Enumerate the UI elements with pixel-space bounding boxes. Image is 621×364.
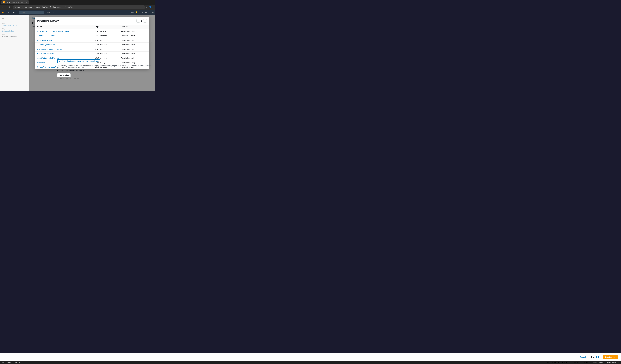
table-row: AmazonSQSFullAccess AWS managed Permissi… — [35, 43, 149, 47]
aws-navbar: aws ⊞ Services [Option+S] ⌨ 🔔 ? ⚙ Global… — [0, 10, 155, 15]
policy-type: AWS managed — [93, 29, 119, 34]
policy-type: AWS managed — [93, 43, 119, 47]
modal-overlay: Permissions summary ‹ 1 › Name ▲ — [29, 15, 155, 91]
policy-name-link[interactable]: AmazonECS_FullAccess — [37, 35, 56, 37]
step2-link[interactable]: Set permissions — [2, 30, 15, 32]
address-bar[interactable] — [13, 5, 145, 9]
policy-used-as: Permissions policy — [119, 38, 149, 43]
back-button[interactable]: ‹ — [1, 6, 4, 9]
refresh-button[interactable]: ↻ — [8, 6, 12, 9]
policy-used-as: Permissions policy — [119, 29, 149, 34]
modal-header: Permissions summary ‹ 1 › — [35, 17, 149, 25]
tag-limit-note: You can add up to 50 more tags. — [57, 78, 152, 79]
account-menu[interactable]: ▤ — [152, 11, 154, 13]
policy-type: AWS managed — [93, 38, 119, 43]
step1-label: Step 1 — [2, 22, 26, 24]
menu-icon[interactable]: ⋮ — [152, 6, 154, 8]
policy-used-as: Permissions policy — [119, 47, 149, 51]
table-row: AmazonS3FullAccess AWS managed Permissio… — [35, 38, 149, 43]
policy-name-link[interactable]: AmazonSQSFullAccess — [37, 44, 55, 46]
policy-type: AWS managed — [93, 47, 119, 51]
step1-link[interactable]: Specify user details — [2, 24, 17, 27]
prev-page-button[interactable]: ‹ — [137, 19, 140, 23]
cloudshell-icon[interactable]: ⌨ — [131, 11, 134, 13]
help-icon[interactable]: ? — [139, 11, 140, 13]
tab-bar: C Create user | IAM Global ✕ + — [0, 0, 155, 5]
profile-icon[interactable]: 👤 — [149, 6, 151, 8]
sort-name-icon[interactable]: ▲ — [43, 26, 44, 28]
policy-used-as: Permissions policy — [119, 51, 149, 56]
policy-name-link[interactable]: AmazonS3FullAccess — [37, 39, 54, 41]
page-number: 1 — [141, 20, 142, 22]
services-label: Services — [10, 11, 16, 13]
no-tags-text: No tags associated with the resource. — [57, 70, 152, 72]
policy-type: AWS managed — [93, 51, 119, 56]
step2-label: Step 2 — [2, 28, 26, 30]
step3-label: Step 3 — [2, 34, 26, 35]
content-area: IAM › Users › Create user Review and cre… — [29, 15, 155, 91]
step1-item: Step 1 Specify user details — [0, 22, 29, 27]
table-row: AmazonECS_FullAccess AWS managed Permiss… — [35, 34, 149, 38]
col-type-header: Type ▼ — [93, 25, 119, 29]
policy-used-as: Permissions policy — [119, 43, 149, 47]
step3-item: Step 3 Review and create — [0, 33, 29, 39]
main-container: ☰ Step 1 Specify user details Step 2 Set… — [0, 15, 155, 91]
policy-type: AWS managed — [93, 34, 119, 38]
policy-name-link[interactable]: IAMFullAccess — [37, 62, 49, 63]
sidebar-toggle[interactable]: ☰ — [0, 16, 29, 20]
table-row: AWSCertificateManagerFullAccess AWS mana… — [35, 47, 149, 51]
col-used-as-header: Used as ▼ — [119, 25, 149, 29]
next-page-button[interactable]: › — [143, 19, 147, 23]
search-shortcut-hint: [Option+S] — [47, 12, 54, 13]
policy-name-link[interactable]: AmazonEC2ContainerRegistryFullAccess — [37, 31, 69, 32]
services-menu[interactable]: ⊞ Services — [8, 11, 16, 13]
policy-name-link[interactable]: AWSCertificateManagerFullAccess — [37, 48, 64, 50]
aws-nav-right: ⌨ 🔔 ? ⚙ Global ▤ — [131, 11, 154, 13]
notification-icon[interactable]: 🔔 — [136, 11, 138, 13]
aws-search-input[interactable] — [19, 11, 44, 14]
below-modal-area: Verify whether the necessary permissions… — [57, 59, 152, 79]
extensions-icon[interactable]: ⊞ — [146, 6, 148, 8]
nav-bar: ‹ › ↻ ⊞ 👤 ⋮ — [0, 5, 155, 10]
verify-permissions-link[interactable]: Verify whether the necessary permissions… — [57, 59, 100, 63]
policy-name-link[interactable]: SecretsManagerReadWrite — [37, 66, 58, 68]
tab-favicon: C — [3, 1, 5, 3]
policy-used-as: Permissions policy — [119, 34, 149, 38]
tab-title: Create user | IAM Global — [6, 1, 25, 3]
nav-icons: ⊞ 👤 ⋮ — [146, 6, 154, 8]
step3-current: Review and create — [2, 36, 17, 38]
add-tag-button[interactable]: Add new tag — [57, 73, 71, 77]
forward-button[interactable]: › — [5, 6, 7, 9]
modal-pagination: ‹ 1 › — [137, 19, 147, 23]
col-name-header: Name ▲ — [35, 25, 93, 29]
tags-description: Tags are key-value pairs you can add to … — [57, 65, 152, 69]
settings-icon[interactable]: ⚙ — [142, 11, 143, 13]
sort-type-icon[interactable]: ▼ — [100, 26, 102, 28]
table-row: CloudFrontFullAccess AWS managed Permiss… — [35, 51, 149, 56]
sidebar: ☰ Step 1 Specify user details Step 2 Set… — [0, 15, 29, 91]
table-row: AmazonEC2ContainerRegistryFullAccess AWS… — [35, 29, 149, 34]
grid-icon: ⊞ — [8, 11, 9, 13]
region-selector[interactable]: Global — [145, 11, 150, 13]
policy-name-link[interactable]: CloudWatchLogsFullAccess — [37, 57, 59, 59]
active-tab[interactable]: C Create user | IAM Global ✕ — [1, 0, 29, 4]
policy-name-link[interactable]: CloudFrontFullAccess — [37, 53, 54, 55]
tab-close-button[interactable]: ✕ — [26, 1, 27, 3]
step2-item: Step 2 Set permissions — [0, 27, 29, 33]
sort-used-icon[interactable]: ▼ — [129, 26, 130, 28]
new-tab-button[interactable]: + — [30, 1, 31, 3]
aws-logo: aws — [2, 11, 5, 14]
modal-title: Permissions summary — [37, 20, 59, 22]
browser-chrome: C Create user | IAM Global ✕ + ‹ › ↻ ⊞ 👤… — [0, 0, 155, 10]
